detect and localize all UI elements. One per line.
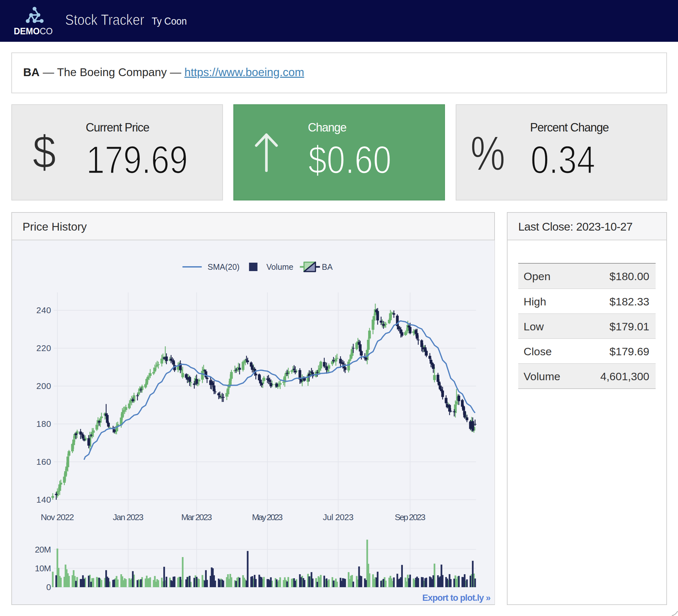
svg-text:240: 240 [36,305,51,315]
svg-text:Nov 2022: Nov 2022 [40,512,74,522]
svg-text:20M: 20M [35,545,51,555]
svg-text:May 2023: May 2023 [252,512,282,522]
svg-text:200: 200 [36,381,51,391]
svg-text:140: 140 [36,495,51,504]
svg-text:10M: 10M [35,564,51,573]
svg-text:BA: BA [322,262,333,272]
svg-text:0: 0 [46,582,51,592]
svg-text:160: 160 [36,457,51,467]
svg-text:Jul 2023: Jul 2023 [323,512,353,522]
svg-text:220: 220 [36,343,51,353]
svg-text:Mar 2023: Mar 2023 [181,512,212,522]
svg-text:DEMOCO: DEMOCO [13,26,52,37]
svg-text:Export to plot.ly »: Export to plot.ly » [422,593,491,603]
svg-text:Sep 2023: Sep 2023 [394,512,425,522]
svg-text:Jan 2023: Jan 2023 [113,512,144,522]
svg-text:Volume: Volume [266,262,293,272]
svg-text:180: 180 [36,419,51,429]
svg-text:SMA(20): SMA(20) [208,262,239,272]
